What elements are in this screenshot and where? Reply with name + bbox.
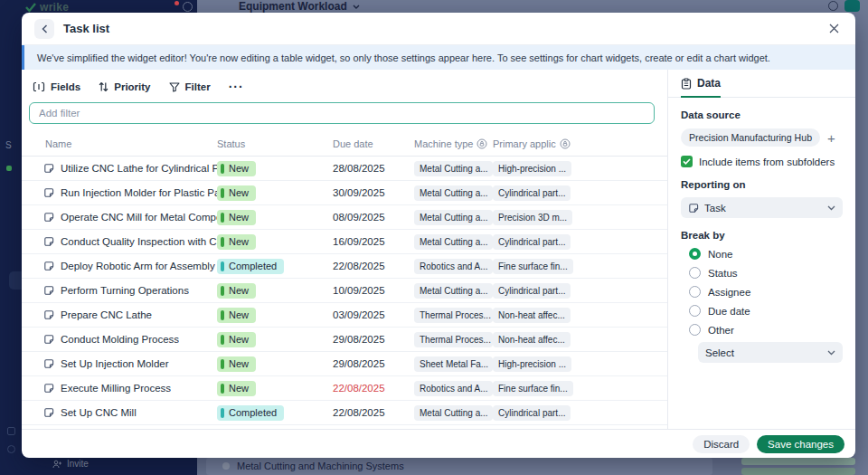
column-header-due-date[interactable]: Due date: [333, 138, 414, 149]
add-data-source-button[interactable]: +: [827, 131, 835, 145]
radio-icon[interactable]: [689, 305, 701, 317]
locked-field-icon: [476, 138, 487, 149]
reporting-on-select[interactable]: Task: [681, 197, 843, 218]
machine-type-pill: Metal Cutting a...: [414, 210, 493, 225]
task-name: Utilize CNC Lathe for Cylindrical Parts: [61, 163, 217, 174]
radio-icon[interactable]: [689, 324, 701, 336]
status-badge: New: [217, 185, 256, 201]
sidebar-selected-item: [9, 271, 22, 290]
radio-icon[interactable]: [689, 267, 701, 279]
checkbox-checked-icon[interactable]: [681, 156, 693, 167]
close-button[interactable]: [825, 20, 843, 38]
chevron-down-icon: [827, 205, 835, 211]
break-by-option[interactable]: None: [689, 244, 843, 263]
primary-application-pill: Precision 3D m...: [493, 210, 572, 225]
fields-label: Fields: [51, 81, 80, 92]
table-row[interactable]: Conduct Molding Process New 29/08/2025 T…: [22, 328, 667, 352]
break-by-option-label: None: [708, 249, 733, 260]
break-by-option[interactable]: Status: [689, 263, 843, 282]
wrike-logo: wrike: [25, 1, 69, 14]
column-header-machine-type[interactable]: Machine type: [414, 138, 493, 149]
status-badge: Completed: [217, 405, 284, 421]
background-chart-bar: [741, 458, 855, 465]
task-icon: [43, 407, 54, 418]
radio-icon[interactable]: [689, 286, 701, 298]
tab-data[interactable]: Data: [681, 77, 721, 98]
fields-button[interactable]: Fields: [33, 81, 80, 92]
table-row[interactable]: Deploy Robotic Arm for Assembly Complete…: [22, 254, 667, 279]
table-row[interactable]: Perform Turning Operations New 10/09/202…: [22, 279, 667, 303]
save-changes-button[interactable]: Save changes: [757, 435, 844, 453]
modal-title: Task list: [63, 22, 109, 35]
fields-icon: [33, 81, 45, 92]
due-date: 30/09/2025: [333, 187, 414, 198]
task-icon: [43, 334, 54, 345]
break-by-option[interactable]: Other: [689, 320, 843, 339]
due-date: 22/08/2025: [333, 407, 414, 418]
back-button[interactable]: [34, 19, 54, 39]
break-by-option[interactable]: Assignee: [689, 282, 843, 301]
task-icon: [43, 212, 54, 223]
due-date: 16/09/2025: [333, 236, 414, 247]
primary-application-pill: Cylindrical part...: [493, 405, 571, 421]
chevron-down-icon: [353, 5, 360, 9]
machine-type-pill: Thermal Proces...: [414, 308, 493, 323]
filter-button[interactable]: Filter: [169, 81, 211, 92]
task-name: Run Injection Molder for Plastic Parts: [61, 187, 217, 198]
data-clipboard-icon: [681, 78, 692, 90]
column-header-status[interactable]: Status: [217, 138, 333, 149]
table-row[interactable]: Run Injection Molder for Plastic Parts N…: [22, 181, 667, 205]
column-header-name[interactable]: Name: [22, 138, 217, 149]
table-toolbar: Fields Priority Filter ···: [22, 77, 667, 97]
add-filter-input[interactable]: [29, 102, 655, 124]
table-row[interactable]: Prepare CNC Lathe New 03/09/2025 Thermal…: [22, 303, 667, 328]
filter-label: Filter: [185, 81, 211, 92]
reporting-on-label: Reporting on: [681, 179, 843, 190]
avatar: [844, 0, 860, 12]
table-row[interactable]: Set Up CNC Mill Completed 22/08/2025 Met…: [22, 401, 667, 425]
invite-button: Invite: [52, 459, 89, 469]
machine-type-pill: Metal Cutting a...: [414, 234, 493, 250]
primary-application-pill: Fine surface fin...: [493, 381, 573, 396]
due-date: 29/08/2025: [333, 358, 414, 369]
table-row[interactable]: Conduct Quality Inspection with CMM New …: [22, 230, 667, 254]
status-badge: New: [217, 308, 256, 323]
machine-type-pill: Thermal Proces...: [414, 332, 493, 347]
due-date: 28/08/2025: [333, 163, 414, 174]
break-by-option[interactable]: Due date: [689, 301, 843, 320]
priority-sort-button[interactable]: Priority: [99, 81, 150, 92]
table-row[interactable]: Execute Milling Process New 22/08/2025 R…: [22, 376, 667, 401]
settings-panel: Data Data source Precision Manufacturing…: [668, 70, 855, 429]
table-row[interactable]: Utilize CNC Lathe for Cylindrical Parts …: [22, 157, 667, 181]
break-by-option-label: Other: [708, 325, 734, 336]
task-name: Perform Turning Operations: [61, 285, 189, 296]
help-icon: [183, 2, 193, 12]
break-by-option-label: Assignee: [708, 287, 750, 298]
modal-footer: Discard Save changes: [22, 429, 855, 458]
table-row[interactable]: Set Up Injection Molder New 29/08/2025 S…: [22, 352, 667, 376]
table-row[interactable]: Operate CNC Mill for Metal Components Ne…: [22, 205, 667, 230]
due-date: 03/09/2025: [333, 309, 414, 320]
break-by-other-select[interactable]: Select: [698, 342, 843, 363]
machine-type-pill: Sheet Metal Fa...: [414, 356, 493, 372]
break-by-option-label: Due date: [708, 306, 750, 317]
discard-button[interactable]: Discard: [693, 435, 750, 453]
due-date: 08/09/2025: [333, 212, 414, 223]
due-date: 29/08/2025: [333, 334, 414, 345]
more-options-button[interactable]: ···: [229, 80, 244, 94]
break-by-option-label: Status: [708, 268, 738, 279]
status-badge: New: [217, 234, 256, 250]
background-chart-bar: [741, 468, 855, 475]
column-header-primary-application[interactable]: Primary applic: [493, 138, 592, 149]
radio-icon[interactable]: [689, 248, 701, 260]
task-icon: [43, 187, 54, 198]
data-source-chip[interactable]: Precision Manufacturing Hub: [681, 128, 820, 147]
reporting-on-value: Task: [704, 203, 726, 214]
task-name: Set Up CNC Mill: [61, 407, 137, 418]
sort-arrows-icon: [99, 81, 108, 92]
locked-field-icon: [560, 138, 571, 149]
subfolders-checkbox-row[interactable]: Include items from subfolders: [681, 156, 843, 167]
task-table: Name Status Due date Machine type Primar…: [22, 131, 667, 429]
sidebar-clipped-label: S: [5, 140, 12, 150]
info-banner: We've simplified the widget editor! You'…: [22, 45, 855, 70]
